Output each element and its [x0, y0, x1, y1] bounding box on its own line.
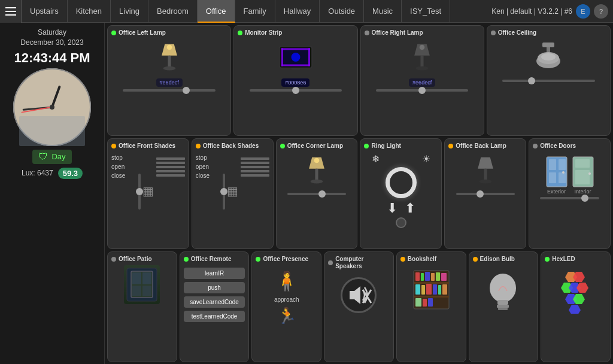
- tab-family[interactable]: Family: [235, 0, 275, 23]
- lamp-image: [299, 153, 335, 189]
- status-dot: [111, 31, 116, 35]
- brightness-slider[interactable]: [123, 89, 216, 92]
- save-learned-code-button[interactable]: saveLearnedCode: [184, 296, 245, 308]
- tile-title: Ring Light: [371, 142, 400, 150]
- open-label: open: [111, 163, 125, 170]
- tile-header: Office Doors: [533, 142, 606, 150]
- slider-container: [533, 197, 606, 199]
- tab-hallway[interactable]: Hallway: [275, 0, 320, 23]
- open-label: open: [196, 163, 210, 170]
- brightness-slider[interactable]: [287, 193, 346, 195]
- menu-button[interactable]: [0, 0, 22, 23]
- tile-header: Office Ceiling: [491, 29, 606, 37]
- up-arrow-icon[interactable]: ⬆: [405, 201, 415, 216]
- tile-header: Office Front Shades: [111, 142, 185, 150]
- svg-rect-58: [415, 284, 420, 295]
- status-dot: [111, 144, 116, 148]
- row2: Office Front Shades stop open close: [107, 138, 611, 249]
- patio-image: [124, 265, 160, 304]
- status-dot: [256, 257, 260, 262]
- tile-office-front-shades[interactable]: Office Front Shades stop open close: [107, 138, 189, 249]
- status-dot: [328, 260, 333, 265]
- user-avatar[interactable]: E: [576, 4, 590, 19]
- status-dot: [111, 257, 116, 262]
- tile-office-doors[interactable]: Office Doors Exterior: [529, 138, 611, 249]
- tile-title: Office Corner Lamp: [287, 142, 343, 150]
- svg-rect-69: [497, 305, 509, 308]
- tile-office-remote[interactable]: Office Remote learnIR push saveLearnedCo…: [180, 251, 250, 362]
- svg-marker-27: [478, 157, 493, 169]
- row1: Office Left Lamp #e6decf: [107, 25, 611, 136]
- svg-rect-11: [308, 48, 310, 66]
- tile-office-patio[interactable]: Office Patio: [107, 251, 177, 362]
- tab-living[interactable]: Living: [111, 0, 148, 23]
- color-code-badge: #e6decf: [409, 78, 435, 87]
- interior-door-container: Interior: [572, 156, 594, 195]
- svg-point-22: [541, 53, 556, 60]
- menu-icon-line: [5, 7, 16, 8]
- tile-header: Office Back Lamp: [448, 142, 522, 150]
- brightness-slider[interactable]: [250, 89, 342, 92]
- svg-rect-33: [559, 159, 566, 170]
- tile-ring-light[interactable]: Ring Light ❄ ☀ ⬇ ⬆: [360, 138, 442, 249]
- status-dot: [280, 144, 285, 148]
- tile-edison-bulb[interactable]: Edison Bulb: [469, 251, 539, 362]
- svg-point-29: [479, 180, 491, 184]
- test-learned-code-button[interactable]: testLearnedCode: [184, 311, 245, 322]
- shield-icon: 🛡: [38, 151, 48, 162]
- date-display: Saturday December 30, 2023: [20, 28, 83, 48]
- tile-computer-speakers[interactable]: Computer Speakers: [324, 251, 394, 362]
- learn-ir-button[interactable]: learnIR: [184, 268, 245, 279]
- slider-container: [111, 89, 227, 92]
- speaker-icon-container: [341, 277, 377, 313]
- ceiling-lamp-image: [530, 40, 566, 76]
- tab-office[interactable]: Office: [198, 0, 235, 23]
- shade-slider[interactable]: [223, 174, 225, 210]
- svg-rect-60: [426, 284, 432, 295]
- tab-outside[interactable]: Outside: [320, 0, 364, 23]
- svg-rect-31: [549, 159, 556, 170]
- brightness-slider[interactable]: [376, 89, 469, 92]
- svg-rect-34: [559, 172, 566, 183]
- tile-hexled[interactable]: HexLED: [541, 251, 611, 362]
- svg-rect-44: [132, 286, 141, 296]
- svg-point-67: [490, 274, 516, 302]
- svg-rect-45: [142, 286, 151, 296]
- tile-office-ceiling[interactable]: Office Ceiling: [487, 25, 611, 136]
- lux-display: Lux: 6437 59.3: [22, 168, 83, 179]
- help-button[interactable]: ?: [594, 4, 608, 19]
- svg-rect-54: [425, 272, 430, 281]
- tab-music[interactable]: Music: [364, 0, 402, 23]
- svg-rect-9: [281, 65, 310, 66]
- ring-power-button[interactable]: [396, 217, 406, 228]
- door-slider[interactable]: [540, 197, 599, 199]
- tab-isy-test[interactable]: ISY_Test: [402, 0, 450, 23]
- tile-office-left-lamp[interactable]: Office Left Lamp #e6decf: [107, 25, 231, 136]
- analog-clock: [13, 68, 91, 146]
- interior-door-image: [572, 156, 594, 189]
- tile-monitor-strip[interactable]: Monitor Strip: [233, 25, 357, 136]
- shade-slider[interactable]: [138, 174, 141, 210]
- tab-bedroom[interactable]: Bedroom: [148, 0, 198, 23]
- svg-rect-42: [132, 272, 141, 284]
- svg-rect-57: [441, 273, 447, 281]
- tile-office-corner-lamp[interactable]: Office Corner Lamp: [276, 138, 358, 249]
- svg-rect-10: [281, 48, 283, 66]
- svg-point-5: [166, 45, 172, 50]
- tile-office-back-shades[interactable]: Office Back Shades stop open close: [192, 138, 274, 249]
- down-arrow-icon[interactable]: ⬇: [387, 201, 397, 216]
- tab-kitchen[interactable]: Kitchen: [68, 0, 111, 23]
- brightness-slider[interactable]: [502, 80, 595, 82]
- tile-bookshelf[interactable]: Bookshelf: [396, 251, 466, 362]
- brightness-slider[interactable]: [456, 193, 515, 195]
- svg-rect-51: [414, 296, 449, 298]
- tile-office-presence[interactable]: Office Presence 🧍 approach 🏃: [251, 251, 321, 362]
- tab-upstairs[interactable]: Upstairs: [22, 0, 68, 23]
- tile-title: Office Ceiling: [498, 29, 536, 37]
- tile-office-right-lamp[interactable]: Office Right Lamp #e6decf: [360, 25, 484, 136]
- status-dot: [533, 144, 538, 148]
- tile-office-back-lamp[interactable]: Office Back Lamp: [444, 138, 526, 249]
- slider-container: [491, 80, 606, 82]
- bulb-image: [487, 270, 520, 314]
- push-button[interactable]: push: [184, 282, 245, 293]
